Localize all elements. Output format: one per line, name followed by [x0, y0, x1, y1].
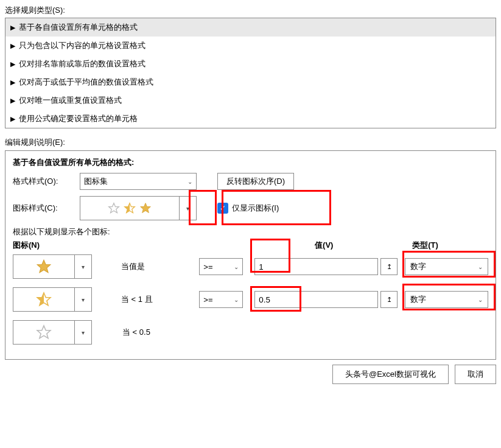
- svg-marker-4: [141, 203, 151, 213]
- star-full-icon: [36, 259, 52, 275]
- show-icon-only-label: 仅显示图标(I): [232, 203, 279, 214]
- rule-type-item[interactable]: ▶仅对高于或低于平均值的数值设置格式: [5, 73, 496, 91]
- type-select[interactable]: 数字⌄: [405, 291, 488, 308]
- ok-button[interactable]: 头条号@Excel数据可视化: [332, 365, 449, 384]
- icon-picker[interactable]: ▾: [13, 320, 92, 345]
- select-rule-type-label: 选择规则类型(S):: [5, 5, 496, 16]
- type-select[interactable]: 数字⌄: [405, 258, 488, 275]
- operator-select[interactable]: >=⌄: [199, 258, 243, 275]
- rule-type-item[interactable]: ▶仅对唯一值或重复值设置格式: [5, 91, 496, 110]
- icon-header: 图标(N): [13, 240, 121, 251]
- rule-type-text: 仅对排名靠前或靠后的数值设置格式: [19, 58, 145, 69]
- icon-style-select[interactable]: ▾: [80, 196, 197, 220]
- cancel-button[interactable]: 取消: [455, 365, 496, 384]
- chevron-down-icon: ⌄: [234, 264, 239, 270]
- operator-select[interactable]: >=⌄: [199, 291, 243, 308]
- rule-type-list: ▶基于各自值设置所有单元格的格式 ▶只为包含以下内容的单元格设置格式 ▶仅对排名…: [5, 18, 496, 128]
- rule-type-item[interactable]: ▶基于各自值设置所有单元格的格式: [5, 18, 496, 37]
- rule-type-text: 仅对唯一值或重复值设置格式: [19, 95, 122, 106]
- icon-rule-row: ▾ 当 < 1 且 >=⌄ ↥ 数字⌄: [13, 287, 488, 312]
- reverse-order-button[interactable]: 反转图标次序(D): [217, 173, 294, 190]
- rule-type-text: 只为包含以下内容的单元格设置格式: [19, 40, 145, 51]
- chevron-down-icon: ⌄: [478, 264, 483, 270]
- star-half-icon: [36, 292, 52, 307]
- value-input[interactable]: [254, 258, 378, 275]
- chevron-down-icon: ⌄: [234, 296, 239, 303]
- edit-rule-desc-label: 编辑规则说明(E):: [5, 137, 496, 148]
- condition-text: 当值是: [121, 261, 199, 272]
- svg-marker-9: [37, 326, 51, 338]
- chevron-down-icon: ▾: [74, 320, 91, 345]
- svg-marker-5: [37, 260, 51, 273]
- arrow-right-icon: ▶: [10, 79, 15, 86]
- chevron-down-icon: ▾: [74, 254, 91, 279]
- edit-rule-panel: 基于各自值设置所有单元格的格式: 格式样式(O): 图标集 ⌄ 反转图标次序(D…: [5, 150, 496, 360]
- condition-text: 当 < 1 且: [121, 294, 199, 305]
- chevron-down-icon: ▾: [179, 196, 196, 220]
- cell-reference-button[interactable]: ↥: [380, 258, 398, 275]
- show-icon-only-wrap: ✓ 仅显示图标(I): [217, 203, 279, 214]
- type-header: 类型(T): [412, 240, 438, 250]
- rule-type-item[interactable]: ▶仅对排名靠前或靠后的数值设置格式: [5, 55, 496, 73]
- svg-marker-0: [109, 203, 119, 213]
- icon-rule-row: ▾ 当 < 0.5: [13, 320, 488, 345]
- rule-type-text: 使用公式确定要设置格式的单元格: [19, 113, 138, 124]
- rule-type-text: 仅对高于或低于平均值的数值设置格式: [19, 77, 153, 88]
- chevron-down-icon: ▾: [74, 287, 91, 312]
- format-style-label: 格式样式(O):: [13, 176, 74, 187]
- show-icon-only-checkbox[interactable]: ✓: [217, 203, 228, 214]
- icon-style-preview: [80, 202, 179, 214]
- rule-type-text: 基于各自值设置所有单元格的格式: [19, 22, 138, 33]
- arrow-right-icon: ▶: [10, 97, 15, 105]
- icon-rule-row: ▾ 当值是 >=⌄ ↥ 数字⌄: [13, 254, 488, 279]
- format-style-select[interactable]: 图标集 ⌄: [80, 173, 197, 190]
- rule-type-item[interactable]: ▶使用公式确定要设置格式的单元格: [5, 110, 496, 128]
- star-half-icon: [124, 202, 136, 214]
- format-style-value: 图标集: [84, 176, 108, 187]
- cell-reference-button[interactable]: ↥: [380, 291, 398, 308]
- star-outline-icon: [108, 202, 120, 214]
- arrow-right-icon: ▶: [10, 115, 15, 123]
- icon-picker[interactable]: ▾: [13, 254, 92, 279]
- rule-display-label: 根据以下规则显示各个图标:: [13, 226, 488, 237]
- arrow-right-icon: ▶: [10, 24, 15, 32]
- arrow-right-icon: ▶: [10, 42, 15, 50]
- value-header: 值(V): [315, 240, 333, 251]
- arrow-right-icon: ▶: [10, 60, 15, 68]
- star-outline-icon: [36, 324, 52, 340]
- edit-rule-title: 基于各自值设置所有单元格的格式:: [13, 157, 488, 168]
- value-input[interactable]: [254, 291, 378, 308]
- icon-style-label: 图标样式(C):: [13, 203, 74, 214]
- condition-text: 当 < 0.5: [122, 327, 201, 338]
- rule-type-item[interactable]: ▶只为包含以下内容的单元格设置格式: [5, 37, 496, 55]
- chevron-down-icon: ⌄: [478, 296, 483, 303]
- chevron-down-icon: ⌄: [187, 178, 192, 185]
- star-full-icon: [139, 202, 152, 214]
- icon-picker[interactable]: ▾: [13, 287, 92, 312]
